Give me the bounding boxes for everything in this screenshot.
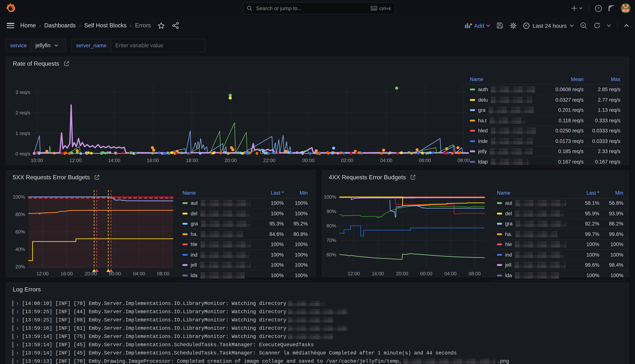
- legend-row[interactable]: ind100%100%: [492, 250, 627, 260]
- legend-row[interactable]: gra95.3%95.2%: [177, 219, 311, 229]
- series-name: del: [505, 211, 512, 216]
- expand-chevron-icon[interactable]: ›: [16, 358, 19, 364]
- panel-title[interactable]: Log Errors: [13, 286, 41, 293]
- series-color-chip: [497, 244, 502, 246]
- log-row[interactable]: ›[13:59:25] [INF] [80] Emby.Server.Imple…: [12, 316, 625, 324]
- legend-row[interactable]: lda100%100%: [492, 270, 627, 281]
- series-color-chip: [182, 274, 188, 276]
- time-range-picker[interactable]: Last 24 hours: [523, 22, 574, 29]
- global-search[interactable]: ctrl+k: [243, 2, 395, 14]
- legend-row[interactable]: ha.99.7%99.6%: [492, 229, 627, 240]
- svg-text:100%: 100%: [13, 194, 25, 200]
- log-level-bar: [12, 334, 13, 340]
- expand-chevron-icon[interactable]: ›: [16, 325, 19, 332]
- zoom-out-time-icon[interactable]: [580, 22, 587, 29]
- favorite-star-icon[interactable]: [158, 22, 165, 29]
- redacted-text: [200, 210, 250, 217]
- avatar[interactable]: [621, 4, 630, 13]
- expand-chevron-icon[interactable]: ›: [16, 333, 19, 340]
- legend-row[interactable]: delu0.0327 req/s2.77 req/s: [465, 95, 624, 105]
- legend-row[interactable]: ldap0.167 req/s0.167 req/s: [465, 157, 624, 167]
- svg-text:100%: 100%: [324, 194, 336, 200]
- log-row[interactable]: ›[13:59:13] [INF] [70] Emby.Drawing.Imag…: [12, 357, 625, 364]
- 5xx-error-budget-chart[interactable]: 20%40%60%80%100%12:0016:0020:0000:0004:0…: [8, 184, 177, 278]
- series-color-chip: [182, 264, 188, 266]
- external-link-icon[interactable]: [64, 61, 69, 66]
- breadcrumb-item[interactable]: Home: [20, 22, 36, 29]
- search-input[interactable]: [255, 5, 371, 12]
- legend-row[interactable]: lda100%100%: [177, 270, 311, 281]
- expand-chevron-icon[interactable]: ›: [16, 350, 19, 356]
- breadcrumb-item[interactable]: Errors: [135, 22, 151, 29]
- collapse-toolbar-icon[interactable]: [624, 24, 629, 27]
- series-color-chip: [470, 99, 475, 101]
- series-color-chip: [470, 150, 475, 152]
- grafana-logo-icon[interactable]: [5, 3, 16, 14]
- legend-value: 0.0250 req/s: [538, 128, 583, 134]
- log-row[interactable]: ›[13:59:14] [INF] [75] Emby.Server.Imple…: [12, 332, 625, 340]
- menu-toggle-icon[interactable]: [7, 23, 14, 28]
- news-rss-icon[interactable]: [608, 5, 615, 12]
- panel-title[interactable]: 4XX Requests Error Budgets: [329, 174, 416, 181]
- legend-value: 100%: [284, 242, 308, 247]
- share-icon[interactable]: [172, 22, 179, 29]
- variable-service-select[interactable]: jellyfin: [31, 39, 66, 52]
- 4xx-error-budget-chart[interactable]: 60%70%80%90%100%12:0016:0020:0000:0004:0…: [324, 184, 489, 278]
- legend-row[interactable]: ha.t0.118 req/s0.333 req/s: [465, 116, 624, 126]
- expand-chevron-icon[interactable]: ›: [16, 300, 19, 307]
- legend-value: 80.8%: [284, 232, 308, 237]
- legend-row[interactable]: hled0.0250 req/s0.0333 req/s: [465, 126, 624, 136]
- variable-server-name-input[interactable]: Enter variable value: [111, 39, 205, 52]
- rate-of-requests-chart[interactable]: 0 req/s1 req/s2 req/s3 req/s10:0012:0014…: [9, 70, 471, 164]
- external-link-icon[interactable]: [94, 175, 100, 180]
- legend-header[interactable]: Name Last *Min: [492, 188, 627, 198]
- redacted-text: [201, 200, 251, 206]
- external-link-icon[interactable]: [410, 175, 416, 180]
- legend-row[interactable]: gra0.201 req/s1.13 req/s: [465, 105, 624, 116]
- legend-row[interactable]: del100%100%: [177, 208, 311, 219]
- series-name: ha.: [191, 232, 198, 237]
- add-button[interactable]: Add: [465, 22, 490, 29]
- help-icon[interactable]: ?: [595, 5, 602, 12]
- legend-row[interactable]: jelly0.185 req/s2.33 req/s: [465, 146, 624, 157]
- grafana-dashboard: ctrl+k ?: [0, 0, 635, 364]
- expand-chevron-icon[interactable]: ›: [16, 308, 19, 315]
- save-dashboard-icon[interactable]: [496, 22, 503, 29]
- dashboard-settings-gear-icon[interactable]: [510, 22, 517, 29]
- top-navbar: ctrl+k ?: [0, 0, 635, 16]
- expand-chevron-icon[interactable]: ›: [16, 341, 19, 348]
- legend-header[interactable]: Name MeanMax: [465, 74, 624, 84]
- log-row[interactable]: ›[14:00:10] [INF] [70] Emby.Server.Imple…: [12, 299, 625, 308]
- refresh-icon[interactable]: [594, 22, 600, 29]
- svg-text:08:00: 08:00: [157, 271, 169, 276]
- log-row[interactable]: ›[13:59:14] [INF] [45] Emby.Server.Imple…: [12, 340, 625, 349]
- legend-value: 100%: [284, 262, 308, 268]
- expand-chevron-icon[interactable]: ›: [16, 316, 19, 323]
- legend-row[interactable]: del95.9%93.9%: [492, 208, 627, 219]
- legend-row[interactable]: jell100%100%: [177, 260, 311, 270]
- log-row[interactable]: ›[13:59:14] [INF] [45] Emby.Server.Imple…: [12, 349, 625, 357]
- new-button[interactable]: [571, 5, 582, 11]
- refresh-interval-chevron-icon[interactable]: [607, 24, 611, 27]
- log-text: [13:59:16] [INF] [61] Emby.Server.Implem…: [22, 325, 287, 331]
- legend-row[interactable]: hle100%100%: [177, 240, 311, 250]
- legend-row[interactable]: aut100%100%: [177, 198, 311, 208]
- breadcrumb-item[interactable]: Dashboards: [44, 22, 76, 29]
- chevron-down-icon: [570, 24, 574, 27]
- legend-row[interactable]: hle100%100%: [492, 240, 627, 250]
- panel-title[interactable]: 5XX Requests Error Budgets: [13, 174, 100, 181]
- legend-row[interactable]: gra92.2%86.2%: [492, 219, 627, 229]
- legend-row[interactable]: aut58.1%56.8%: [492, 198, 627, 208]
- legend-row[interactable]: ha.84.6%80.8%: [177, 229, 311, 240]
- panel-title[interactable]: Rate of Requests: [13, 60, 69, 67]
- log-row[interactable]: ›[13:59:25] [INF] [44] Emby.Server.Imple…: [12, 308, 625, 316]
- legend-row[interactable]: jell99.6%98.4%: [492, 260, 627, 270]
- series-name: del: [191, 211, 197, 216]
- legend-header[interactable]: Name Last *Min: [177, 188, 311, 198]
- log-row[interactable]: ›[13:59:16] [INF] [61] Emby.Server.Imple…: [12, 324, 625, 332]
- legend-row[interactable]: auth0.0608 req/s2.85 req/s: [465, 84, 624, 95]
- breadcrumb-item[interactable]: Self Host Blocks: [84, 22, 127, 29]
- svg-text:70%: 70%: [327, 238, 336, 243]
- legend-row[interactable]: inde0.0173 req/s0.0333 req/s: [465, 136, 624, 146]
- legend-row[interactable]: ind100%100%: [177, 250, 311, 260]
